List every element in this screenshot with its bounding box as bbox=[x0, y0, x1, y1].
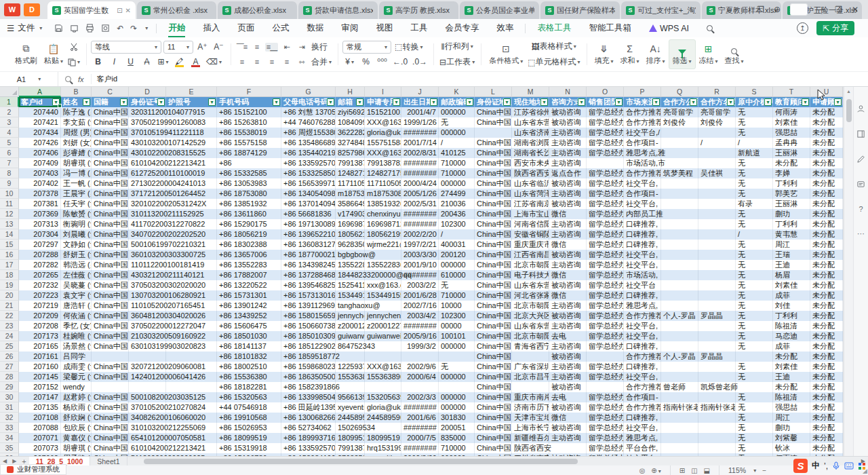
row-number[interactable]: 15 bbox=[0, 240, 19, 250]
cell[interactable]: 340826200106060020 bbox=[129, 413, 166, 423]
cell[interactable]: +86 18182281 bbox=[217, 382, 281, 392]
cell[interactable]: ######## bbox=[401, 402, 439, 413]
cell[interactable]: 被动咨询 bbox=[549, 199, 587, 209]
cell[interactable]: 207173 bbox=[19, 331, 61, 341]
cell[interactable]: 山东省济南 bbox=[512, 128, 549, 138]
cell[interactable]: 未分配 bbox=[810, 117, 843, 128]
cell[interactable]: 主动咨询 bbox=[549, 219, 587, 229]
cell[interactable]: +86 15319918 bbox=[217, 443, 281, 453]
cell[interactable]: 2002/9/6 bbox=[401, 362, 439, 372]
cell[interactable] bbox=[698, 189, 736, 199]
column-header-P[interactable]: P bbox=[624, 87, 661, 97]
cell[interactable]: 陈祖清 bbox=[773, 392, 810, 402]
row-number[interactable]: 24 bbox=[0, 331, 19, 341]
cell[interactable]: 207147 bbox=[19, 392, 61, 402]
cell[interactable]: 169698712 bbox=[336, 219, 365, 229]
header-cell-E[interactable]: 护照号▾ bbox=[166, 97, 217, 107]
cell[interactable]: China中国 bbox=[92, 138, 129, 148]
card-icon[interactable] bbox=[856, 180, 865, 189]
cell[interactable]: m18753080 bbox=[365, 189, 401, 199]
cell[interactable]: 1997/2/21 bbox=[401, 240, 439, 250]
cell[interactable]: 110112200100181419 bbox=[129, 260, 166, 270]
filter-dropdown-icon[interactable]: ▾ bbox=[540, 98, 548, 106]
filter-dropdown-icon[interactable]: ▾ bbox=[52, 98, 60, 106]
cell[interactable]: China中国 bbox=[92, 260, 129, 270]
cell[interactable]: 未分配 bbox=[810, 372, 843, 382]
cell[interactable]: 黄嘉仪 (女 bbox=[61, 433, 92, 443]
cell[interactable]: 罗晶晶 bbox=[698, 352, 736, 362]
cell[interactable]: 100101 bbox=[439, 331, 475, 341]
cell[interactable]: 被动咨询 bbox=[549, 178, 587, 189]
cell[interactable]: +86 1343982452 bbox=[281, 260, 336, 270]
cell[interactable]: 430103200107142529 bbox=[129, 138, 166, 148]
cell[interactable]: +86 1851229020 bbox=[281, 341, 336, 352]
zoom-out-button[interactable]: − bbox=[762, 467, 766, 474]
row-number[interactable]: 19 bbox=[0, 280, 19, 290]
cell[interactable]: 冯一博 (男 bbox=[61, 168, 92, 178]
globe-icon[interactable]: ⊕ bbox=[774, 5, 781, 14]
cell[interactable] bbox=[698, 331, 736, 341]
cell[interactable]: +86 1335925706 bbox=[281, 158, 336, 168]
cell[interactable]: 刘俊伶 bbox=[698, 117, 736, 128]
file-tab[interactable]: S英国留学生数⊡✕ bbox=[47, 1, 136, 19]
table-style-button[interactable]: 🖽 表格样式▾ bbox=[526, 40, 581, 53]
bold-button[interactable]: B bbox=[91, 56, 105, 69]
cell[interactable]: 强思喆 bbox=[773, 128, 810, 138]
cell[interactable]: 无 bbox=[736, 280, 773, 290]
cell[interactable]: 无 bbox=[736, 362, 773, 372]
redo-icon[interactable]: ↷ bbox=[130, 24, 137, 33]
cell[interactable]: 王丽淋 bbox=[773, 199, 810, 209]
cell[interactable]: 衡琬明 (女 bbox=[61, 219, 92, 229]
cell[interactable]: 2005/9/16 bbox=[401, 331, 439, 341]
cell[interactable]: 207282 bbox=[19, 260, 61, 270]
cell[interactable]: China中国 bbox=[475, 117, 512, 128]
column-header-O[interactable]: O bbox=[587, 87, 624, 97]
cell[interactable]: China中国 bbox=[92, 433, 129, 443]
increase-indent-icon[interactable]: ⇥ bbox=[295, 43, 308, 52]
eye-protect-icon[interactable]: ◎ bbox=[639, 467, 646, 474]
cell[interactable]: 未分配 bbox=[810, 128, 843, 138]
cell[interactable] bbox=[698, 199, 736, 209]
more-options-icon[interactable]: ⋯ bbox=[857, 229, 865, 238]
cell[interactable]: / bbox=[439, 138, 475, 148]
cell[interactable]: ######## bbox=[401, 321, 439, 331]
cell[interactable]: 左佳薇 (女 bbox=[61, 270, 92, 280]
cell[interactable]: China中国 bbox=[475, 240, 512, 250]
cell[interactable]: 430102200208315525 bbox=[129, 148, 166, 158]
cell[interactable]: 被动咨询 bbox=[549, 382, 587, 392]
cell[interactable]: 周江 bbox=[773, 240, 810, 250]
cell[interactable]: 2003/4/2 bbox=[401, 311, 439, 321]
cell[interactable]: 500108200203035125 bbox=[129, 392, 166, 402]
cell[interactable]: China中国 bbox=[92, 372, 129, 382]
cell[interactable]: 152541145 bbox=[336, 280, 365, 290]
cell[interactable]: 留学总经办 bbox=[587, 148, 624, 158]
cell[interactable]: 未分配 bbox=[810, 352, 843, 362]
skin-grid-icon[interactable] bbox=[858, 462, 866, 470]
cell[interactable]: 李文茹 (女 bbox=[61, 117, 92, 128]
cell[interactable]: 筑梦美程 bbox=[661, 168, 698, 178]
cell[interactable]: ######## bbox=[401, 209, 439, 219]
cell[interactable]: 刘紫馨 bbox=[773, 433, 810, 443]
cell[interactable]: 180995191 bbox=[336, 433, 365, 443]
cell[interactable] bbox=[661, 189, 698, 199]
cell[interactable]: 刘素佳 bbox=[773, 280, 810, 290]
row-number[interactable]: 23 bbox=[0, 321, 19, 331]
cell[interactable]: +86 18753080 bbox=[217, 189, 281, 199]
row-number[interactable]: 12 bbox=[0, 209, 19, 219]
cell[interactable]: 370502200012272047 bbox=[129, 321, 166, 331]
cell[interactable]: +86 1580156591 bbox=[281, 311, 336, 321]
cell[interactable]: 未分配 bbox=[810, 280, 843, 290]
cell[interactable]: ######## bbox=[401, 168, 439, 178]
cell[interactable]: 未分配 bbox=[810, 138, 843, 148]
row-number[interactable]: 4 bbox=[0, 128, 19, 138]
cell[interactable]: ######## bbox=[401, 158, 439, 168]
cell[interactable]: +86 15731301 bbox=[217, 290, 281, 301]
paste-button[interactable]: 📋 粘贴▾ bbox=[41, 39, 66, 69]
cell[interactable]: China中国 bbox=[92, 321, 129, 331]
share-button[interactable]: ⇱ 分享 bbox=[816, 21, 854, 35]
cell[interactable]: 合作方推荐 bbox=[624, 382, 661, 392]
cell[interactable]: 留学总经办 bbox=[587, 178, 624, 189]
row-number[interactable]: 17 bbox=[0, 260, 19, 270]
cell[interactable]: 胡睿琪 (女 bbox=[61, 443, 92, 453]
header-cell-P[interactable]: 市场来源▾ bbox=[624, 97, 661, 107]
